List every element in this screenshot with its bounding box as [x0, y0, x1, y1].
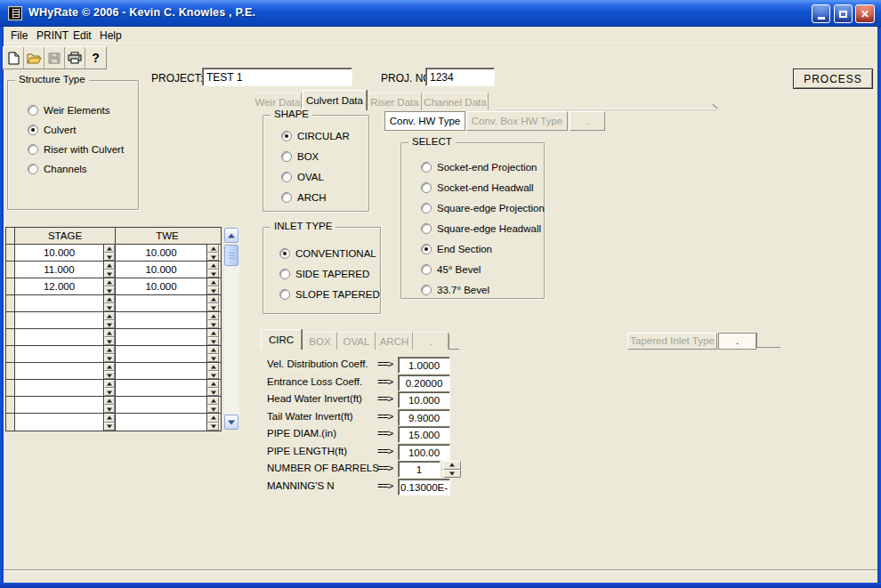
- tab-oval[interactable]: OVAL: [338, 332, 376, 350]
- radio-conventional[interactable]: CONVENTIONAL: [279, 247, 376, 260]
- radio-circular[interactable]: CIRCULAR: [281, 130, 350, 142]
- mannings-n-input[interactable]: [398, 479, 450, 495]
- head-water-invert-input[interactable]: [398, 391, 450, 408]
- stage-spinner[interactable]: [104, 363, 115, 379]
- twe-cell[interactable]: [116, 346, 207, 362]
- stage-cell[interactable]: [15, 346, 104, 362]
- radio-socket-end-headwall[interactable]: Socket-end Headwall: [421, 181, 534, 194]
- vel-distribution-coeff-input[interactable]: [398, 357, 450, 374]
- radio-square-edge-projection[interactable]: Square-edge Projection: [421, 202, 545, 214]
- barrels-spinner[interactable]: [443, 461, 461, 478]
- print-button[interactable]: [65, 47, 85, 68]
- menu-help[interactable]: Help: [97, 28, 125, 43]
- stage-spinner[interactable]: [104, 262, 115, 278]
- stage-cell[interactable]: [15, 295, 104, 311]
- stage-spinner[interactable]: [104, 414, 115, 431]
- twe-cell[interactable]: [116, 312, 207, 328]
- process-button[interactable]: PROCESS: [793, 68, 873, 89]
- twe-spinner[interactable]: [207, 262, 219, 278]
- radio-weir-elements[interactable]: Weir Elements: [28, 104, 110, 117]
- tab-box[interactable]: BOX: [303, 332, 337, 350]
- tab-conv-hw-type[interactable]: Conv. HW Type: [384, 111, 465, 131]
- radio-45-bevel[interactable]: 45° Bevel: [421, 263, 481, 276]
- tail-water-invert-input[interactable]: [398, 409, 450, 426]
- scrollbar-thumb[interactable]: [224, 245, 238, 266]
- stage-cell[interactable]: [15, 312, 104, 328]
- open-file-button[interactable]: [24, 47, 44, 68]
- radio-33-7-bevel[interactable]: 33.7° Bevel: [421, 284, 489, 296]
- tab-conv-box-hw-type[interactable]: Conv. Box HW Type: [466, 111, 568, 131]
- stage-cell[interactable]: [15, 329, 104, 345]
- scroll-up-button[interactable]: [224, 228, 238, 243]
- twe-cell[interactable]: 10.000: [116, 245, 207, 261]
- stage-cell[interactable]: 11.000: [15, 262, 104, 278]
- radio-slope-tapered[interactable]: SLOPE TAPERED: [279, 288, 380, 301]
- twe-cell[interactable]: 10.000: [116, 278, 207, 294]
- tab-shape-blank[interactable]: .: [414, 332, 449, 350]
- twe-spinner[interactable]: [207, 397, 219, 413]
- stage-spinner[interactable]: [104, 278, 115, 294]
- twe-spinner[interactable]: [207, 312, 219, 328]
- twe-cell[interactable]: [116, 414, 207, 431]
- stage-cell[interactable]: 10.000: [15, 245, 104, 261]
- twe-cell[interactable]: [116, 380, 207, 396]
- stage-spinner[interactable]: [104, 245, 115, 261]
- twe-cell[interactable]: [116, 397, 207, 413]
- radio-square-edge-headwall[interactable]: Square-edge Headwall: [421, 222, 541, 235]
- stage-spinner[interactable]: [104, 295, 115, 311]
- tab-channel-data[interactable]: Channel Data: [423, 93, 489, 110]
- entrance-loss-coeff-input[interactable]: [398, 375, 450, 391]
- twe-spinner[interactable]: [207, 278, 219, 294]
- stage-spinner[interactable]: [104, 346, 115, 362]
- twe-spinner[interactable]: [207, 295, 219, 311]
- help-button[interactable]: ?: [85, 47, 106, 68]
- radio-box[interactable]: BOX: [281, 150, 319, 163]
- twe-spinner[interactable]: [207, 346, 219, 362]
- tab-circ[interactable]: CIRC: [261, 329, 302, 350]
- pipe-length-input[interactable]: [398, 444, 450, 461]
- stage-spinner[interactable]: [104, 380, 115, 396]
- number-of-barrels-input[interactable]: [398, 461, 440, 478]
- radio-riser-with-culvert[interactable]: Riser with Culvert: [28, 143, 124, 156]
- pipe-diam-input[interactable]: [398, 426, 450, 443]
- twe-cell[interactable]: [116, 363, 207, 379]
- stage-cell[interactable]: [15, 380, 104, 396]
- twe-spinner[interactable]: [207, 329, 219, 345]
- menu-file[interactable]: File: [8, 28, 30, 43]
- stage-spinner[interactable]: [104, 329, 115, 345]
- twe-cell[interactable]: 10.000: [116, 262, 207, 278]
- radio-arch[interactable]: ARCH: [281, 191, 327, 204]
- save-button[interactable]: [44, 47, 65, 68]
- stage-cell[interactable]: 12.000: [15, 278, 104, 294]
- radio-channels[interactable]: Channels: [28, 163, 87, 175]
- twe-spinner[interactable]: [207, 414, 219, 431]
- menu-edit[interactable]: Edit: [70, 28, 94, 43]
- stage-spinner[interactable]: [104, 397, 115, 413]
- maximize-button[interactable]: [834, 4, 853, 23]
- twe-cell[interactable]: [116, 329, 207, 345]
- stage-cell[interactable]: [15, 397, 104, 413]
- table-scrollbar[interactable]: [224, 228, 239, 430]
- radio-end-section[interactable]: End Section: [421, 243, 492, 255]
- twe-cell[interactable]: [116, 295, 207, 311]
- proj-no-input[interactable]: [425, 68, 495, 86]
- twe-spinner[interactable]: [207, 245, 219, 261]
- minimize-button[interactable]: [812, 4, 830, 23]
- tab-tapered-inlet-type[interactable]: Tapered Inlet Type: [627, 333, 717, 350]
- tab-arch[interactable]: ARCH: [376, 332, 413, 350]
- tab-culvert-data[interactable]: Culvert Data: [303, 90, 367, 110]
- scroll-down-button[interactable]: [224, 415, 238, 430]
- tab-hw-blank[interactable]: .: [570, 111, 605, 131]
- stage-cell[interactable]: [15, 414, 104, 431]
- radio-socket-end-projection[interactable]: Socket-end Projection: [421, 161, 537, 173]
- radio-side-tapered[interactable]: SIDE TAPERED: [279, 268, 369, 280]
- menu-print[interactable]: PRINT: [34, 28, 71, 43]
- twe-spinner[interactable]: [207, 380, 219, 396]
- radio-oval[interactable]: OVAL: [281, 171, 324, 183]
- tab-riser-data[interactable]: Riser Data: [368, 93, 422, 110]
- radio-culvert[interactable]: Culvert: [28, 124, 76, 136]
- project-input[interactable]: [202, 68, 352, 86]
- new-document-button[interactable]: [4, 47, 24, 68]
- stage-cell[interactable]: [15, 363, 104, 379]
- tab-tapered-blank[interactable]: .: [718, 333, 756, 350]
